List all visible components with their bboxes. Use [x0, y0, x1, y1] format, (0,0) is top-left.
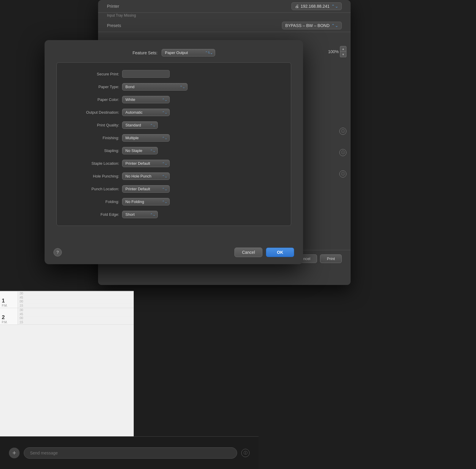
punch-location-select-wrapper: Printer Default Left Right Top	[122, 185, 170, 193]
info-buttons-container: ⓘ ⓘ ⓘ	[339, 128, 346, 178]
mic-icon: ⓘ	[244, 450, 248, 456]
staple-location-row: Staple Location: Printer Default Top Lef…	[57, 157, 291, 170]
stapling-label: Stapling:	[66, 148, 119, 153]
period-1: P.M.	[2, 304, 16, 307]
finishing-select-wrapper: Multiple None Single	[122, 134, 170, 142]
paper-type-select-wrapper: Bond Plain Glossy Heavy Recycled	[122, 83, 187, 91]
paper-type-label: Paper Type:	[66, 85, 119, 89]
presets-chevron-icon: ⌃⌄	[331, 23, 338, 28]
paper-type-select[interactable]: Bond Plain Glossy Heavy Recycled	[122, 83, 187, 91]
zoom-up-icon[interactable]: ▲	[340, 46, 346, 52]
chat-input[interactable]	[24, 447, 237, 459]
time-col-1: 1 P.M.	[0, 291, 18, 308]
staple-location-select[interactable]: Printer Default Top Left Top Right Botto…	[122, 160, 170, 167]
time-slot-1-4: :15	[18, 304, 134, 308]
time-slot-2-2: :45	[18, 312, 134, 316]
settings-panel: Secure Print: Paper Type: Bond Plain Glo…	[56, 62, 291, 226]
print-quality-label: Print Quality:	[66, 123, 119, 127]
time-slot-1-1: :30	[18, 291, 134, 296]
time-slots-1: :30 :45 :00 :15	[18, 291, 134, 308]
print-options-modal: Feature Sets: Paper Output Finishing Ima…	[45, 40, 303, 264]
add-attachment-button[interactable]: +	[9, 448, 20, 458]
presets-row: Presets BYPASS – BW – BOND ⌃⌄	[98, 19, 351, 32]
calendar-row-1: 1 P.M. :30 :45 :00 :15	[0, 291, 134, 308]
zoom-stepper[interactable]: ▲ ▼	[340, 46, 346, 57]
folding-row: Folding: No Folding Bi-Fold Tri-Fold Z-F…	[57, 195, 291, 208]
finishing-label: Finishing:	[66, 136, 119, 140]
printer-value: 192.168.88.241	[301, 4, 330, 9]
modal-cancel-button[interactable]: Cancel	[234, 248, 262, 257]
presets-label: Presets	[107, 23, 121, 28]
feature-sets-label: Feature Sets:	[133, 50, 157, 55]
presets-value: BYPASS – BW – BOND	[285, 23, 330, 28]
printer-label: Printer	[107, 4, 119, 9]
print-quality-row: Print Quality: Standard High Draft	[57, 119, 291, 131]
hole-punching-select[interactable]: No Hole Punch 2 Holes 3 Holes 4 Holes	[122, 172, 170, 180]
hole-punching-label: Hole Punching:	[66, 174, 119, 178]
folding-select[interactable]: No Folding Bi-Fold Tri-Fold Z-Fold	[122, 198, 170, 205]
secure-print-row: Secure Print:	[57, 67, 291, 80]
fold-edge-row: Fold Edge: Short Long	[57, 208, 291, 221]
zoom-control: 100% ▲ ▼	[328, 46, 346, 57]
calendar-row-2: 2 P.M. :30 :45 :00 :15	[0, 308, 134, 325]
output-destination-label: Output Destination:	[66, 110, 119, 115]
time-slots-2: :30 :45 :00 :15	[18, 308, 134, 324]
chat-bar: + ⓘ	[0, 436, 259, 469]
hour-1: 1	[2, 298, 16, 304]
fold-edge-select-wrapper: Short Long	[122, 211, 158, 218]
printer-row: Printer 🖨 192.168.88.241 ⌃⌄	[98, 0, 351, 13]
printer-chevron-icon: ⌃⌄	[331, 4, 338, 9]
output-destination-select-wrapper: Automatic Top Tray Side Tray	[122, 109, 170, 116]
printer-selector[interactable]: 🖨 192.168.88.241 ⌃⌄	[291, 2, 342, 10]
modal-footer: ? Cancel OK	[45, 243, 303, 264]
modal-body: Feature Sets: Paper Output Finishing Ima…	[45, 40, 303, 243]
output-destination-select[interactable]: Automatic Top Tray Side Tray	[122, 109, 170, 116]
print-quality-select-wrapper: Standard High Draft	[122, 121, 158, 129]
time-slot-2-1: :30	[18, 308, 134, 312]
footer-buttons: Cancel OK	[234, 248, 294, 257]
paper-color-select[interactable]: White Color Yellow	[122, 96, 170, 103]
printer-status: Input Tray Missing	[98, 13, 351, 19]
print-button[interactable]: Print	[320, 254, 342, 263]
mic-button[interactable]: ⓘ	[241, 449, 250, 457]
printer-icon: 🖨	[295, 4, 299, 9]
zoom-down-icon[interactable]: ▼	[340, 52, 346, 57]
time-slot-1-3: :00	[18, 300, 134, 304]
presets-selector[interactable]: BYPASS – BW – BOND ⌃⌄	[282, 22, 342, 29]
paper-color-row: Paper Color: White Color Yellow	[57, 93, 291, 106]
print-quality-select[interactable]: Standard High Draft	[122, 121, 158, 129]
feature-sets-select[interactable]: Paper Output Finishing Image Quality Col…	[162, 49, 215, 56]
finishing-select[interactable]: Multiple None Single	[122, 134, 170, 142]
stapling-select[interactable]: No Staple 1 Staple 2 Staples	[122, 147, 158, 154]
time-slot-2-4: :15	[18, 320, 134, 324]
punch-location-select[interactable]: Printer Default Left Right Top	[122, 185, 170, 193]
secure-print-input[interactable]	[122, 70, 170, 78]
finishing-row: Finishing: Multiple None Single	[57, 131, 291, 144]
punch-location-label: Punch Location:	[66, 187, 119, 191]
hole-punching-row: Hole Punching: No Hole Punch 2 Holes 3 H…	[57, 170, 291, 183]
feature-sets-select-wrapper: Paper Output Finishing Image Quality Col…	[162, 49, 215, 56]
punch-location-row: Punch Location: Printer Default Left Rig…	[57, 183, 291, 195]
time-slot-1-2: :45	[18, 296, 134, 300]
feature-sets-row: Feature Sets: Paper Output Finishing Ima…	[133, 49, 215, 56]
secure-print-label: Secure Print:	[66, 72, 119, 76]
output-destination-row: Output Destination: Automatic Top Tray S…	[57, 106, 291, 119]
info-button-2[interactable]: ⓘ	[339, 149, 346, 156]
period-2: P.M.	[2, 321, 16, 324]
stapling-select-wrapper: No Staple 1 Staple 2 Staples	[122, 147, 158, 154]
fold-edge-select[interactable]: Short Long	[122, 211, 158, 218]
paper-color-select-wrapper: White Color Yellow	[122, 96, 170, 103]
stapling-row: Stapling: No Staple 1 Staple 2 Staples	[57, 144, 291, 157]
hour-2: 2	[2, 314, 16, 321]
help-button[interactable]: ?	[53, 248, 62, 256]
time-col-2: 2 P.M.	[0, 308, 18, 324]
paper-color-label: Paper Color:	[66, 97, 119, 102]
modal-ok-button[interactable]: OK	[266, 248, 294, 257]
folding-label: Folding:	[66, 199, 119, 204]
time-slot-2-3: :00	[18, 316, 134, 321]
info-button-3[interactable]: ⓘ	[339, 170, 346, 178]
fold-edge-label: Fold Edge:	[66, 212, 119, 217]
zoom-value: 100%	[328, 49, 339, 54]
paper-type-row: Paper Type: Bond Plain Glossy Heavy Recy…	[57, 80, 291, 93]
info-button-1[interactable]: ⓘ	[339, 128, 346, 135]
